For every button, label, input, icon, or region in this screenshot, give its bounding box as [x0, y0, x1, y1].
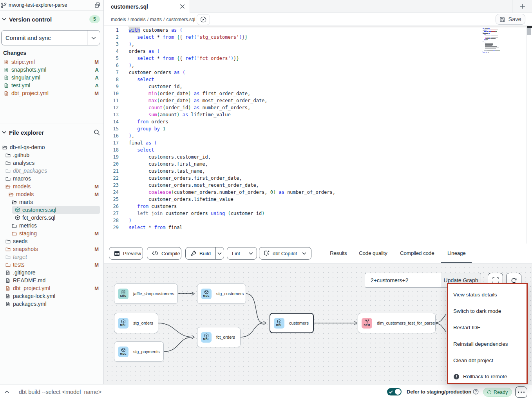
close-icon[interactable]	[180, 4, 185, 9]
breadcrumb-row: models/models/marts/customers.sql Save	[104, 13, 532, 26]
file-icon	[4, 91, 9, 96]
tree-item-name: macros	[13, 175, 31, 182]
file-icon	[5, 294, 11, 299]
menu-item-switch-to-dark-mode[interactable]: Switch to dark mode	[448, 303, 527, 319]
changed-file-snapshots.yml[interactable]: snapshots.ymlA	[0, 66, 103, 74]
lineage-node-stg_payments[interactable]: MDLstg_payments	[114, 341, 164, 362]
copilot-label: dbt Copilot	[273, 251, 297, 256]
tree-item-dbt_packages[interactable]: dbt_packages	[0, 167, 103, 175]
line-number: 5	[104, 55, 119, 62]
badge-label: MDL	[276, 324, 282, 327]
lineage-node-stg_customers[interactable]: MDLstg_customers	[197, 283, 246, 304]
defer-toggle[interactable]	[387, 388, 402, 395]
commit-and-sync-button[interactable]: Commit and sync	[1, 30, 100, 45]
editor-scrollbar[interactable]	[527, 28, 531, 35]
folder-icon	[5, 153, 11, 158]
menu-item-rollback-to-remote[interactable]: Rollback to remote	[448, 369, 527, 384]
changed-file-singular.yml[interactable]: singular.ymlA	[0, 74, 103, 81]
folder-icon	[12, 231, 17, 236]
dbt-copilot-button[interactable]: dbt Copilot	[259, 247, 311, 260]
menu-item-view-status-details[interactable]: View status details	[448, 286, 527, 303]
tree-item-snapshots[interactable]: snapshotsM	[0, 245, 103, 253]
menu-item-restart-ide[interactable]: Restart IDE	[448, 319, 527, 336]
tree-item-target[interactable]: target	[0, 253, 103, 261]
commit-button-label: Commit and sync	[2, 31, 87, 45]
tree-item-models[interactable]: modelsM	[0, 182, 103, 190]
code-editor[interactable]: 1234567891011121314151617181920212223242…	[104, 26, 532, 244]
new-tab-button[interactable]	[517, 0, 528, 13]
preview-label: Preview	[123, 251, 141, 256]
lineage-node-jaffle_shop.customers[interactable]: SRCjaffle_shop.customers	[114, 283, 178, 304]
menu-item-clean-dbt-project[interactable]: Clean dbt project	[448, 352, 527, 368]
preview-button[interactable]: Preview	[109, 247, 143, 260]
tree-item-marts[interactable]: marts	[0, 198, 103, 206]
tree-item-macros[interactable]: macros	[0, 175, 103, 182]
help-icon[interactable]	[473, 389, 479, 395]
tree-item-fct_orders.sql[interactable]: fct_orders.sql	[0, 214, 103, 222]
changed-file-test.yml[interactable]: test.ymlA	[0, 81, 103, 89]
tree-item-staging[interactable]: stagingM	[0, 229, 103, 237]
breadcrumb-segment[interactable]: customers.sql	[166, 17, 195, 22]
tab-results[interactable]: Results	[330, 244, 347, 262]
lineage-node-stg_orders[interactable]: MDLstg_orders	[114, 313, 158, 333]
tree-item-seeds[interactable]: seeds	[0, 237, 103, 245]
build-button[interactable]: Build	[185, 247, 224, 260]
file-explorer-header[interactable]: File explorer	[0, 128, 103, 137]
tree-item-.gitignore[interactable]: .gitignore	[0, 269, 103, 276]
changed-file-name: dbt_project.yml	[11, 90, 49, 96]
minimap[interactable]	[483, 28, 527, 53]
tree-item-tests[interactable]: testsM	[0, 261, 103, 269]
lineage-node-fct_orders[interactable]: MDLfct_orders	[197, 327, 241, 347]
changed-file-dbt_project.yml[interactable]: dbt_project.ymlM	[0, 89, 103, 97]
breadcrumb-segment[interactable]: marts	[150, 17, 162, 22]
status-text: Ready	[494, 390, 508, 395]
code-line-21: customers.last_name,	[129, 168, 205, 175]
code-icon	[152, 251, 158, 256]
git-branch-icon	[1, 2, 7, 8]
tree-item-customers.sql[interactable]: customers.sql	[0, 206, 103, 214]
compile-button[interactable]: Compile	[147, 247, 181, 260]
lineage-node-customers[interactable]: MDLcustomers	[270, 313, 314, 333]
change-status: A	[95, 75, 99, 81]
line-number: 17	[104, 139, 119, 146]
more-options-button[interactable]	[515, 386, 527, 398]
sidebar: mwong-test-explorer-parse Version contro…	[0, 0, 104, 384]
chevron-up-icon[interactable]	[2, 385, 11, 399]
breadcrumb-segment[interactable]: models	[130, 17, 146, 22]
menu-item-reinstall-dependencies[interactable]: Reinstall dependencies	[448, 336, 527, 352]
tree-item-package-lock.yml[interactable]: package-lock.yml	[0, 292, 103, 300]
lint-button[interactable]: Lint	[227, 247, 257, 260]
copy-icon[interactable]	[94, 2, 101, 9]
line-number: 16	[104, 132, 119, 139]
tree-item-dbt_project.yml[interactable]: dbt_project.ymlM	[0, 284, 103, 292]
search-icon[interactable]	[94, 129, 100, 135]
tree-item-analyses[interactable]: analyses	[0, 159, 103, 167]
tab-customers-sql[interactable]: customers.sql	[104, 0, 190, 13]
tab-compiled-code[interactable]: Compiled code	[400, 244, 434, 262]
version-control-header[interactable]: Version control 5	[0, 14, 103, 24]
line-number: 25	[104, 196, 119, 203]
command-input[interactable]: dbt build --select <model_name>	[19, 385, 101, 399]
tab-code-quality[interactable]: Code quality	[359, 244, 387, 262]
breadcrumb-segment[interactable]: models	[111, 17, 126, 22]
commit-options-dropdown[interactable]	[87, 31, 100, 45]
save-button[interactable]: Save	[496, 14, 525, 25]
git-status: M	[94, 285, 99, 291]
status-badge[interactable]: Ready	[483, 388, 512, 397]
tree-item-.github[interactable]: .github	[0, 151, 103, 159]
tree-item-packages.yml[interactable]: packages.yml	[0, 300, 103, 308]
tree-item-db-sl-qs-demo[interactable]: db-sl-qs-demo	[0, 143, 103, 151]
lineage-search-input[interactable]: 2+customers+2	[365, 273, 441, 288]
build-options-dropdown[interactable]	[215, 247, 224, 259]
copilot-compass-button[interactable]	[197, 14, 210, 25]
changed-file-stripe.yml[interactable]: stripe.ymlM	[0, 58, 103, 66]
line-number: 28	[104, 217, 119, 224]
tree-item-metrics[interactable]: metrics	[0, 222, 103, 229]
lint-options-dropdown[interactable]	[245, 247, 257, 259]
tree-item-README.md[interactable]: README.md	[0, 276, 103, 284]
lineage-node-dim_customers_test_for_parse[interactable]: SEMdim_customers_test_for_parse	[358, 313, 436, 333]
tree-item-models[interactable]: modelsM	[0, 190, 103, 198]
project-selector[interactable]: mwong-test-explorer-parse	[0, 0, 103, 11]
tab-lineage[interactable]: Lineage	[447, 244, 466, 262]
code-line-16: ),	[129, 132, 134, 139]
